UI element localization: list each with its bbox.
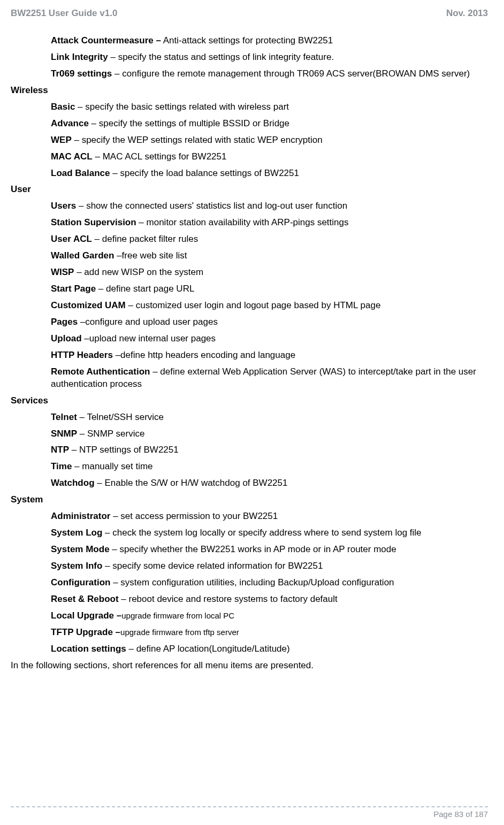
definition-item: Configuration – system configuration uti… xyxy=(51,577,488,589)
definition-description: – add new WISP on the system xyxy=(74,267,203,277)
definition-description: – show the connected users' statistics l… xyxy=(76,201,347,211)
definition-description: – specify whether the BW2251 works in AP… xyxy=(110,544,396,554)
definition-item: Start Page – define start page URL xyxy=(51,283,488,295)
definition-description: – specify some device related informatio… xyxy=(102,561,323,571)
definition-description: – NTP settings of BW2251 xyxy=(69,445,179,455)
definition-description: – SNMP service xyxy=(77,429,144,439)
definition-description: –configure and upload user pages xyxy=(78,317,218,327)
definition-term: Telnet xyxy=(51,412,77,422)
definition-item: Link Integrity – specify the status and … xyxy=(51,51,488,64)
definition-description: – specify the settings of multiple BSSID… xyxy=(89,118,289,128)
outro-text: In the following sections, short referen… xyxy=(11,660,488,672)
definition-term: User ACL xyxy=(51,234,92,244)
definition-item: WEP – specify the WEP settings related w… xyxy=(51,134,488,147)
definition-item: Walled Garden –free web site list xyxy=(51,250,488,262)
definition-term: Station Supervision xyxy=(51,217,136,227)
definition-item: Watchdog – Enable the S/W or H/W watchdo… xyxy=(51,477,488,490)
definition-description: – Telnet/SSH service xyxy=(77,412,164,422)
definition-term: System Mode xyxy=(51,544,110,554)
definition-description: – set access permission to your BW2251 xyxy=(110,511,278,521)
definition-description: –upload new internal user pages xyxy=(82,333,216,343)
definition-description: – customized user login and logout page … xyxy=(126,300,381,310)
definition-term: NTP xyxy=(51,445,69,455)
definition-term: SNMP xyxy=(51,429,77,439)
definition-term: Tr069 settings xyxy=(51,68,112,79)
definition-term: Advance xyxy=(51,118,89,128)
page-footer: Page 83 of 187 xyxy=(11,806,488,819)
definition-term: Reset & Reboot xyxy=(51,594,119,604)
definition-term: Watchdog xyxy=(51,478,95,488)
section-heading: Services xyxy=(11,395,488,407)
definition-description: – manually set time xyxy=(72,461,152,471)
definition-item: Customized UAM – customized user login a… xyxy=(51,300,488,312)
definition-description: – configure the remote management throug… xyxy=(112,68,470,79)
section-heading: System xyxy=(11,494,488,506)
definition-description: – monitor station availability with ARP-… xyxy=(136,217,349,227)
definition-item: NTP – NTP settings of BW2251 xyxy=(51,444,488,456)
definition-term: Administrator xyxy=(51,511,110,521)
definition-item: Remote Authentication – define external … xyxy=(51,366,488,391)
definition-term: Time xyxy=(51,461,72,471)
definition-item: Load Balance – specify the load balance … xyxy=(51,167,488,180)
definition-term: Local Upgrade – xyxy=(51,610,121,621)
definition-term: WISP xyxy=(51,267,74,277)
section-heading: User xyxy=(11,184,488,196)
definition-description: – specify the load balance settings of B… xyxy=(110,168,299,178)
definition-description: upgrade firmware from local PC xyxy=(121,611,234,620)
definition-item: Basic – specify the basic settings relat… xyxy=(51,101,488,113)
page-content: Attack Countermeasure – Anti-attack sett… xyxy=(11,35,488,672)
definition-term: MAC ACL xyxy=(51,151,93,162)
definition-description: upgrade firmware from tftp server xyxy=(120,628,239,637)
definition-term: System Info xyxy=(51,561,102,571)
definition-description: – define packet filter rules xyxy=(92,234,198,244)
definition-item: System Info – specify some device relate… xyxy=(51,560,488,572)
definition-description: – system configuration utilities, includ… xyxy=(110,577,394,587)
definition-description: – specify the status and settings of lin… xyxy=(108,52,334,62)
definition-description: – MAC ACL settings for BW2251 xyxy=(93,151,227,162)
definition-description: – Enable the S/W or H/W watchdog of BW22… xyxy=(95,478,288,488)
definition-item: SNMP – SNMP service xyxy=(51,428,488,440)
definition-item: MAC ACL – MAC ACL settings for BW2251 xyxy=(51,151,488,163)
definition-item: Advance – specify the settings of multip… xyxy=(51,118,488,130)
definition-description: – define start page URL xyxy=(96,284,194,294)
definition-description: – check the system log locally or specif… xyxy=(102,528,421,538)
definition-item: Upload –upload new internal user pages xyxy=(51,333,488,345)
definition-item: Telnet – Telnet/SSH service xyxy=(51,411,488,424)
definition-description: –free web site list xyxy=(114,250,187,261)
definition-term: Link Integrity xyxy=(51,52,108,62)
page-number: Page 83 of 187 xyxy=(11,809,488,819)
definition-item: HTTP Headers –define http headers encodi… xyxy=(51,349,488,362)
definition-item: Time – manually set time xyxy=(51,461,488,473)
definition-term: Pages xyxy=(51,317,78,327)
definition-item: Reset & Reboot – reboot device and resto… xyxy=(51,593,488,606)
definition-term: Attack Countermeasure – xyxy=(51,35,161,45)
definition-term: Customized UAM xyxy=(51,300,126,310)
header-right: Nov. 2013 xyxy=(446,8,488,19)
definition-term: Basic xyxy=(51,102,75,112)
definition-description: – define AP location(Longitude/Latitude) xyxy=(126,644,290,654)
definition-item: Pages –configure and upload user pages xyxy=(51,316,488,329)
definition-term: System Log xyxy=(51,528,102,538)
definition-term: Users xyxy=(51,201,76,211)
definition-item: TFTP Upgrade –upgrade firmware from tftp… xyxy=(51,627,488,639)
definition-term: Upload xyxy=(51,333,82,343)
definition-term: WEP xyxy=(51,135,72,145)
definition-item: System Log – check the system log locall… xyxy=(51,527,488,539)
page-header: BW2251 User Guide v1.0 Nov. 2013 xyxy=(11,8,488,19)
definition-term: Start Page xyxy=(51,284,96,294)
definition-description: –define http headers encoding and langua… xyxy=(113,350,295,360)
definition-term: Load Balance xyxy=(51,168,110,178)
definition-item: Local Upgrade –upgrade firmware from loc… xyxy=(51,610,488,622)
definition-item: Location settings – define AP location(L… xyxy=(51,643,488,655)
section-heading: Wireless xyxy=(11,85,488,97)
definition-description: Anti-attack settings for protecting BW22… xyxy=(161,35,333,45)
definition-item: Administrator – set access permission to… xyxy=(51,510,488,523)
header-left: BW2251 User Guide v1.0 xyxy=(11,8,117,19)
definition-item: System Mode – specify whether the BW2251… xyxy=(51,544,488,556)
definition-item: User ACL – define packet filter rules xyxy=(51,233,488,246)
definition-term: Remote Authentication xyxy=(51,366,150,377)
definition-term: Configuration xyxy=(51,577,110,587)
definition-description: – specify the WEP settings related with … xyxy=(72,135,323,145)
document-page: BW2251 User Guide v1.0 Nov. 2013 Attack … xyxy=(0,0,504,825)
definition-description: – reboot device and restore systems to f… xyxy=(119,594,338,604)
